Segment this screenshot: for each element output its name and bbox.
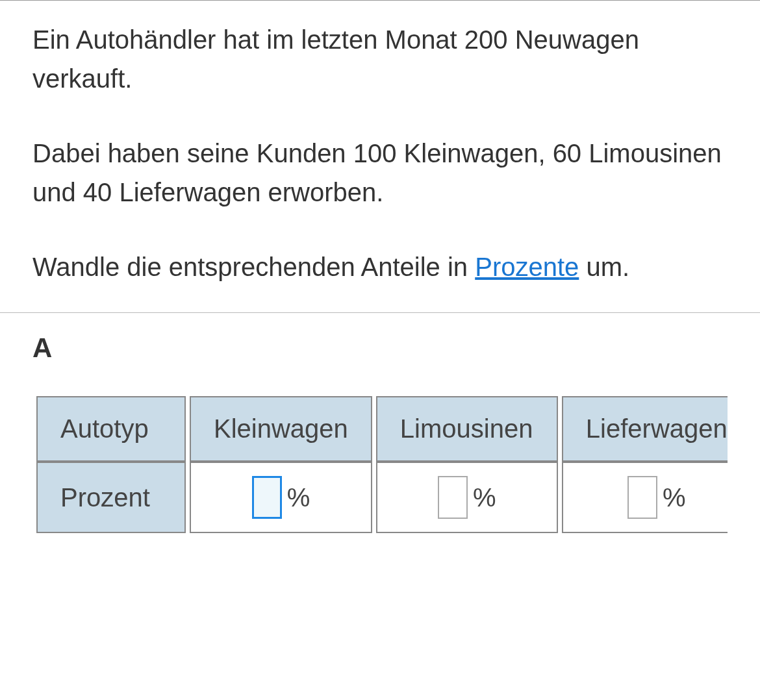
cell-limousinen: % [376,462,558,533]
input-kleinwagen[interactable] [252,476,282,519]
problem-statement: Ein Autohändler hat im letzten Monat 200… [0,1,760,312]
col-header-limousinen: Limousinen [376,396,558,462]
col-header-lieferwagen: Lieferwagen [562,396,728,462]
problem-paragraph-2: Dabei haben seine Kunden 100 Kleinwagen,… [32,134,728,212]
answer-table: Autotyp Kleinwagen Limousinen Lieferwage… [32,396,728,533]
cell-kleinwagen: % [190,462,372,533]
paragraph-3-suffix: um. [579,253,629,281]
col-header-kleinwagen: Kleinwagen [190,396,372,462]
problem-paragraph-3: Wandle die entsprechenden Anteile in Pro… [32,247,728,286]
row-header-autotyp: Autotyp [36,396,186,462]
input-limousinen[interactable] [438,476,468,519]
input-lieferwagen[interactable] [627,476,657,519]
cell-lieferwagen: % [562,462,728,533]
problem-paragraph-1: Ein Autohändler hat im letzten Monat 200… [32,20,728,98]
unit-kleinwagen: % [287,483,310,512]
paragraph-3-prefix: Wandle die entsprechenden Anteile in [32,253,475,281]
prozente-link[interactable]: Prozente [475,253,579,281]
unit-lieferwagen: % [663,483,686,512]
unit-limousinen: % [473,483,496,512]
section-label: A [32,332,728,364]
row-header-prozent: Prozent [36,462,186,533]
answer-table-wrapper: Autotyp Kleinwagen Limousinen Lieferwage… [32,396,728,533]
